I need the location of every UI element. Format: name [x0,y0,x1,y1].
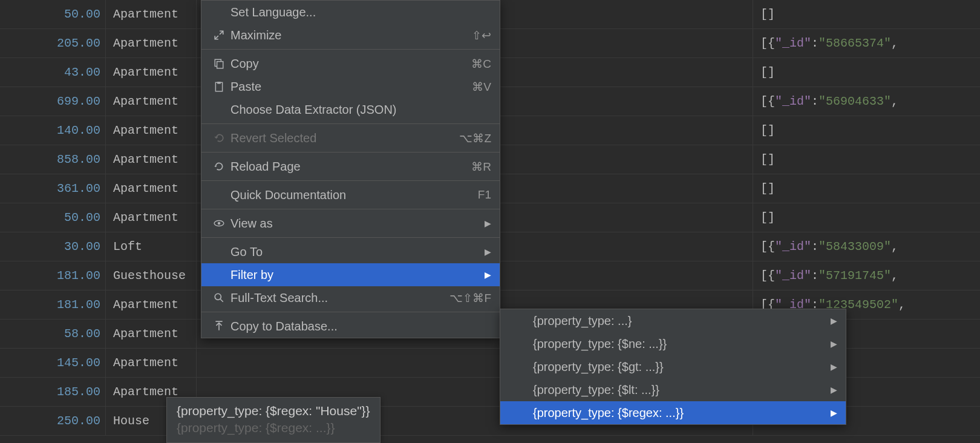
chevron-right-icon: ▶ [825,339,837,349]
shortcut-label: ⌘R [459,160,491,174]
price-cell[interactable]: 140.00 [0,116,106,145]
ids-cell[interactable]: [] [753,174,980,203]
menu-label: Copy [228,57,459,71]
property-type-cell[interactable]: Apartment [106,320,197,348]
price-cell[interactable]: 145.00 [0,349,106,377]
property-type-cell[interactable]: Apartment [106,87,197,116]
property-type-cell[interactable]: Loft [106,232,197,261]
menu-maximize[interactable]: Maximize ⇧↩ [201,24,500,47]
property-type-cell[interactable]: Apartment [106,145,197,174]
menu-label: Paste [228,80,460,94]
price-cell[interactable]: 699.00 [0,87,106,116]
menu-reload-page[interactable]: Reload Page ⌘R [201,155,500,178]
menu-label: Revert Selected [228,131,447,145]
menu-label: Copy to Database... [228,320,491,333]
price-cell[interactable]: 858.00 [0,145,106,174]
svg-point-6 [215,294,221,300]
svg-point-5 [218,222,221,225]
menu-label: {property_type: {$lt: ...}} [531,383,825,397]
property-type-cell[interactable]: Apartment [106,349,197,377]
ids-cell[interactable]: [] [753,58,980,87]
menu-label: {property_type: ...} [531,314,825,328]
ids-cell[interactable]: [] [753,0,980,28]
submenu-property-type-gt[interactable]: {property_type: {$gt: ...}} ▶ [500,355,846,378]
submenu-property-type-lt[interactable]: {property_type: {$lt: ...}} ▶ [500,378,846,401]
svg-rect-3 [217,82,221,84]
ids-cell[interactable]: [{"_id": "58433009", [753,232,980,261]
shortcut-label: F1 [466,188,491,202]
property-type-cell[interactable]: Guesthouse [106,261,197,290]
ids-cell[interactable]: [{"_id": "56904633", [753,87,980,116]
menu-paste[interactable]: Paste ⌘V [201,75,500,98]
tooltip: {property_type: {$regex: "House"}} {prop… [166,397,381,443]
price-cell[interactable]: 185.00 [0,378,106,406]
price-cell[interactable]: 181.00 [0,290,106,319]
menu-label: View as [228,217,479,231]
menu-separator [201,49,500,50]
menu-separator [201,209,500,209]
price-cell[interactable]: 50.00 [0,203,106,232]
paste-icon [210,81,228,92]
svg-rect-1 [217,62,223,68]
menu-separator [201,312,500,312]
menu-set-language[interactable]: Set Language... [201,1,500,24]
property-type-cell[interactable]: Apartment [106,203,197,232]
menu-label: {property_type: {$gt: ...}} [531,360,825,374]
price-cell[interactable]: 43.00 [0,58,106,87]
ids-cell[interactable]: [{"_id": "57191745", [753,261,980,290]
menu-choose-extractor[interactable]: Choose Data Extractor (JSON) [201,98,500,121]
chevron-right-icon: ▶ [479,270,491,280]
svg-line-7 [220,299,223,302]
eye-icon [210,218,228,229]
menu-view-as[interactable]: View as ▶ [201,212,500,235]
price-cell[interactable]: 50.00 [0,0,106,28]
property-type-cell[interactable]: Apartment [106,58,197,87]
menu-label: Full-Text Search... [228,291,437,305]
menu-label: Maximize [228,28,460,42]
price-cell[interactable]: 30.00 [0,232,106,261]
shortcut-label: ⌘V [460,80,491,94]
property-type-cell[interactable]: Apartment [106,116,197,145]
chevron-right-icon: ▶ [825,385,837,395]
price-cell[interactable]: 181.00 [0,261,106,290]
submenu-property-type-regex[interactable]: {property_type: {$regex: ...}} ▶ [500,401,846,424]
maximize-icon [210,30,228,41]
shortcut-label: ⌘C [459,57,491,71]
chevron-right-icon: ▶ [825,408,837,418]
menu-copy-to-database[interactable]: Copy to Database... [201,315,500,338]
property-type-cell[interactable]: Apartment [106,290,197,319]
menu-go-to[interactable]: Go To ▶ [201,240,500,263]
property-type-cell[interactable]: Apartment [106,29,197,57]
price-cell[interactable]: 58.00 [0,320,106,348]
price-cell[interactable]: 361.00 [0,174,106,203]
menu-copy[interactable]: Copy ⌘C [201,52,500,75]
menu-label: Quick Documentation [228,188,466,202]
ids-cell[interactable]: [] [753,145,980,174]
price-cell[interactable]: 205.00 [0,29,106,57]
price-cell[interactable]: 250.00 [0,407,106,435]
menu-filter-by[interactable]: Filter by ▶ [201,263,500,286]
ids-cell[interactable]: [] [753,203,980,232]
property-type-cell[interactable]: Apartment [106,0,197,28]
upload-icon [210,321,228,332]
menu-label: Set Language... [228,5,491,19]
ids-cell[interactable]: [] [753,116,980,145]
chevron-right-icon: ▶ [825,362,837,372]
shortcut-label: ⌥⇧⌘F [437,291,491,305]
menu-separator [201,152,500,153]
ids-cell[interactable]: [{"_id": "58665374", [753,29,980,57]
submenu-property-type-ne[interactable]: {property_type: {$ne: ...}} ▶ [500,332,846,355]
chevron-right-icon: ▶ [479,247,491,257]
menu-label: Choose Data Extractor (JSON) [228,103,491,117]
tooltip-line2: {property_type: {$regex: ...}} [177,418,370,435]
filter-by-submenu: {property_type: ...} ▶ {property_type: {… [500,309,846,425]
menu-quick-documentation[interactable]: Quick Documentation F1 [201,183,500,206]
shortcut-label: ⇧↩ [460,28,491,42]
menu-label: Go To [228,245,479,259]
menu-separator [201,180,500,181]
submenu-property-type-eq[interactable]: {property_type: ...} ▶ [500,309,846,332]
property-type-cell[interactable]: Apartment [106,174,197,203]
chevron-right-icon: ▶ [479,218,491,228]
tooltip-line1: {property_type: {$regex: "House"}} [177,401,370,418]
menu-full-text-search[interactable]: Full-Text Search... ⌥⇧⌘F [201,286,500,309]
